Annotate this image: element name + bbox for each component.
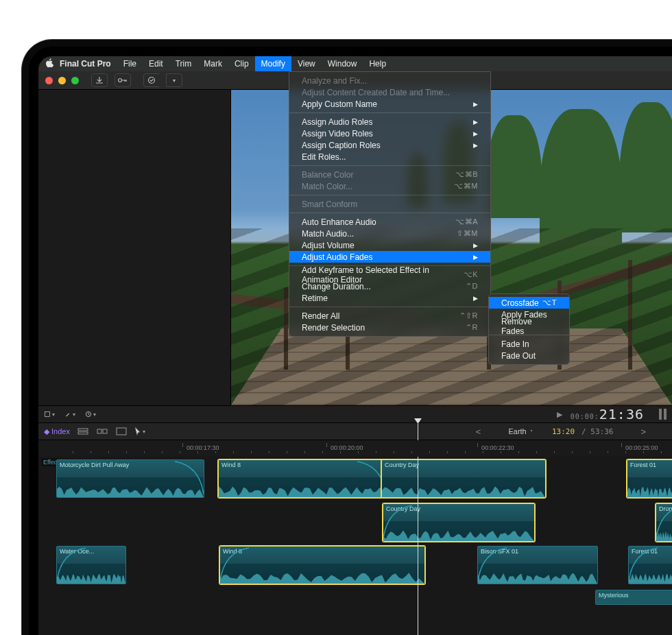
prev-edit-button[interactable]: < (455, 427, 502, 437)
menu-item-adjust-content-created-date-and-time: Adjust Content Created Date and Time... (289, 86, 490, 98)
close-icon[interactable] (45, 77, 53, 84)
clip-mysterious[interactable]: Mysterious (595, 590, 672, 605)
menu-item-match-color: Match Color...⌥⌘M (289, 180, 490, 192)
menu-view[interactable]: View (291, 56, 322, 71)
clip-wind-8[interactable]: Wind 8 (219, 546, 425, 584)
submenu-arrow-icon: ▶ (473, 242, 478, 249)
import-button[interactable] (91, 73, 108, 87)
submenu-item-fade-out[interactable]: Fade Out (489, 350, 569, 361)
menu-item-match-audio[interactable]: Match Audio...⇧⌘M (289, 228, 490, 239)
current-time: 13:20 (552, 427, 575, 436)
next-edit-button[interactable]: > (620, 427, 667, 437)
menu-item-render-selection[interactable]: Render Selection⌃R (289, 322, 490, 333)
project-name[interactable]: Earth ˅ (508, 427, 533, 435)
svg-rect-7 (103, 429, 107, 433)
svg-rect-6 (97, 429, 101, 433)
menu-modify[interactable]: Modify (255, 56, 291, 71)
submenu-item-fade-in[interactable]: Fade In (489, 338, 569, 350)
svg-rect-2 (45, 411, 49, 416)
timecode-display: 00:00:21:36 (571, 406, 644, 422)
clip-wind-8[interactable]: Wind 8 (218, 459, 387, 498)
clip-bison-sfx-01[interactable]: Bison SFX 01 (477, 546, 598, 584)
submenu-arrow-icon: ▶ (473, 130, 478, 137)
playhead[interactable] (418, 457, 418, 635)
browser-pane (38, 90, 231, 405)
svg-point-1 (149, 77, 155, 84)
menu-item-adjust-volume[interactable]: Adjust Volume▶ (289, 239, 490, 251)
submenu-arrow-icon: ▶ (473, 295, 478, 302)
timeline-tracks[interactable]: Effec Motorcycle Dirt Pull AwayWind 8Cou… (38, 457, 672, 635)
screen: Final Cut Pro File Edit Trim Mark Clip M… (38, 56, 672, 635)
svg-point-0 (119, 79, 122, 82)
menu-item-analyze-and-fix: Analyze and Fix... (289, 75, 490, 86)
enhance-tool-button[interactable]: ▾ (64, 409, 77, 419)
menubar: Final Cut Pro File Edit Trim Mark Clip M… (38, 56, 672, 71)
timeline-header: ◆ Index ▾ < Earth ˅ 13:20 / 53:36 > (38, 423, 672, 440)
laptop-bezel: Final Cut Pro File Edit Trim Mark Clip M… (29, 47, 672, 635)
submenu-item-crossfade[interactable]: Crossfade⌥T (489, 297, 569, 309)
svg-rect-5 (78, 432, 88, 434)
menu-item-balance-color: Balance Color⌥⌘B (289, 169, 490, 180)
clip-water-oce[interactable]: Water Oce... (56, 546, 126, 584)
zoom-icon[interactable] (71, 77, 79, 84)
viewer-toolbar: ▾ ▾ ▾ ▶ 00:00:21:36 (38, 405, 672, 423)
modify-menu-dropdown: Analyze and Fix...Adjust Content Created… (289, 71, 491, 337)
menu-item-adjust-audio-fades[interactable]: Adjust Audio Fades▶ (289, 251, 490, 263)
menu-item-assign-audio-roles[interactable]: Assign Audio Roles▶ (289, 116, 490, 128)
clip-country-day[interactable]: Country Day (381, 459, 546, 498)
menu-clip[interactable]: Clip (228, 56, 255, 71)
menu-item-smart-conform: Smart Conform (289, 198, 490, 210)
background-tasks-dropdown[interactable]: ▾ (166, 73, 182, 87)
svg-rect-8 (117, 428, 126, 435)
timeline-layout-2[interactable] (96, 427, 108, 436)
submenu-arrow-icon: ▶ (473, 142, 478, 149)
menu-item-add-keyframe-to-selected-effect-in-animation-editor[interactable]: Add Keyframe to Selected Effect in Anima… (289, 269, 490, 280)
timeline-ruler[interactable]: 00:00:17:3000:00:20:0000:00:22:3000:00:2… (38, 440, 672, 457)
submenu-item-remove-fades[interactable]: Remove Fades (489, 320, 569, 332)
keyword-button[interactable] (115, 73, 131, 87)
menu-file[interactable]: File (117, 56, 143, 71)
background-tasks-button[interactable] (143, 73, 159, 87)
ruler-mark: 00:00:22:30 (481, 444, 514, 451)
apple-icon[interactable] (45, 58, 53, 70)
menu-item-assign-video-roles[interactable]: Assign Video Roles▶ (289, 128, 490, 139)
clip-drone[interactable]: Drone (656, 503, 672, 542)
traffic-lights (45, 77, 79, 84)
menu-item-auto-enhance-audio[interactable]: Auto Enhance Audio⌥⌘A (289, 216, 490, 228)
menu-trim[interactable]: Trim (169, 56, 198, 71)
adjust-audio-fades-submenu: Crossfade⌥TApply FadesRemove FadesFade I… (488, 293, 570, 365)
pause-icon[interactable] (659, 409, 667, 420)
menu-mark[interactable]: Mark (197, 56, 228, 71)
submenu-arrow-icon: ▶ (473, 119, 478, 125)
menu-help[interactable]: Help (363, 56, 392, 71)
menu-item-apply-custom-name[interactable]: Apply Custom Name▶ (289, 98, 490, 110)
play-icon[interactable]: ▶ (557, 410, 562, 419)
retime-tool-button[interactable]: ▾ (85, 409, 97, 419)
timeline-layout-3[interactable] (115, 427, 128, 436)
transform-tool-button[interactable]: ▾ (44, 409, 56, 419)
playhead[interactable] (418, 424, 418, 440)
ruler-mark: 00:00:20:00 (331, 444, 363, 451)
menu-edit[interactable]: Edit (143, 56, 169, 71)
svg-rect-4 (78, 429, 88, 431)
menu-item-render-all[interactable]: Render All⌃⇧R (289, 310, 490, 322)
ruler-mark: 00:00:17:30 (187, 444, 219, 451)
menu-window[interactable]: Window (322, 56, 363, 71)
index-button[interactable]: ◆ Index (44, 427, 70, 436)
menu-item-assign-caption-roles[interactable]: Assign Caption Roles▶ (289, 139, 490, 151)
clip-forest-01[interactable]: Forest 01 (627, 459, 672, 498)
menu-item-retime[interactable]: Retime▶ (289, 292, 490, 304)
ruler-mark: 00:00:25:00 (625, 444, 658, 451)
timeline-layout-1[interactable] (77, 427, 89, 436)
submenu-arrow-icon: ▶ (473, 101, 478, 108)
app-name[interactable]: Final Cut Pro (53, 56, 117, 71)
project-duration: / 53:36 (581, 427, 613, 436)
clip-forest-01[interactable]: Forest 01 (628, 546, 672, 584)
minimize-icon[interactable] (58, 77, 66, 84)
submenu-arrow-icon: ▶ (473, 254, 478, 261)
clip-country-day[interactable]: Country Day (383, 503, 535, 542)
clip-motorcycle-dirt-pull-away[interactable]: Motorcycle Dirt Pull Away (56, 459, 204, 498)
tools-dropdown[interactable]: ▾ (134, 427, 147, 436)
menu-item-edit-roles[interactable]: Edit Roles... (289, 151, 490, 163)
